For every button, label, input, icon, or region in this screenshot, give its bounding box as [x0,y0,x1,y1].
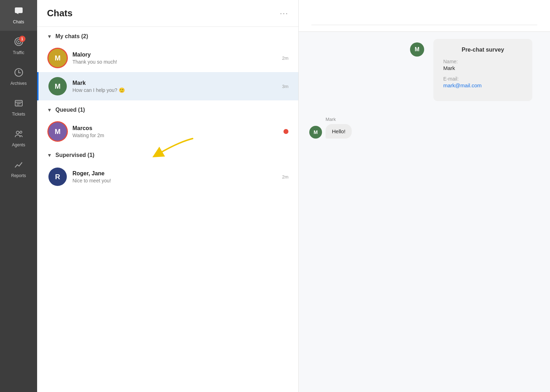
survey-title: Pre-chat survey [443,47,522,53]
svg-rect-10 [17,103,21,104]
message-sender-name: Mark [326,117,352,122]
chevron-down-icon-supervised: ▼ [47,152,52,158]
chat-preview-marcos: Waiting for 2m [72,133,280,138]
chat-name-malory: Malory [72,52,279,58]
chat-preview-mark: How can I help you? 🙂 [72,87,279,93]
more-options-button[interactable]: ··· [280,9,288,18]
sidebar-item-tickets[interactable]: Tickets [0,92,37,123]
svg-rect-11 [17,105,19,105]
svg-marker-1 [16,13,18,14]
sidebar-label-reports: Reports [11,173,26,178]
survey-name-value: Mark [443,65,522,71]
sidebar-label-tickets: Tickets [12,112,25,117]
chats-icon [14,6,23,18]
sidebar-item-archives[interactable]: Archives [0,62,37,92]
chevron-down-icon-queued: ▼ [47,107,52,113]
survey-field-name-label: Name: Mark [443,59,522,71]
section-my-chats-label: My chats (2) [55,33,88,40]
archives-icon [14,68,23,79]
section-queued-label: Queued (1) [55,107,85,113]
chat-info-marcos: Marcos Waiting for 2m [72,125,280,138]
chat-name-marcos: Marcos [72,125,280,131]
message-avatar-mark: M [309,126,322,139]
survey-field-email: E-mail: mark@mail.com [443,76,522,88]
message-row-hello: M Mark Hello! [309,117,539,139]
chat-item-mark[interactable]: M Mark How can I help you? 🙂 3m [37,72,298,100]
avatar-marcos: M [48,122,67,141]
tickets-icon [14,99,23,110]
svg-point-4 [18,41,19,42]
survey-email-value: mark@mail.com [443,82,522,88]
avatar-roger-jane: R [48,168,67,186]
chat-list-header: Chats ··· [37,0,298,27]
chat-info-malory: Malory Thank you so much! [72,52,279,65]
survey-name-label: Name: [443,59,522,64]
sidebar-label-chats: Chats [13,19,24,24]
chat-info-mark: Mark How can I help you? 🙂 [72,80,279,93]
traffic-icon: 1 [14,37,23,48]
sidebar-label-agents: Agents [12,142,25,147]
queued-alert-dot [283,129,288,134]
chat-info-roger-jane: Roger, Jane Nice to meet you! [72,170,279,183]
divider [311,25,538,25]
survey-sender-avatar: M [410,42,424,57]
sidebar-label-archives: Archives [10,81,27,86]
agents-icon [14,129,23,141]
section-supervised-label: Supervised (1) [55,152,94,158]
right-panel-top [299,0,550,32]
chat-name-mark: Mark [72,80,279,86]
right-panel: M Pre-chat survey Name: Mark E-mail: mar… [299,0,550,392]
sidebar-label-traffic: Traffic [13,50,24,55]
chat-preview-malory: Thank you so much! [72,59,279,65]
page-title: Chats [47,8,72,19]
svg-point-12 [16,131,19,134]
chat-item-marcos[interactable]: M Marcos Waiting for 2m [37,117,298,146]
section-my-chats[interactable]: ▼ My chats (2) [37,27,298,44]
sidebar-item-agents[interactable]: Agents [0,123,37,154]
message-bubble-hello: Hello! [326,124,352,139]
avatar-malory: M [48,49,67,67]
traffic-badge: 1 [19,36,25,42]
avatar-mark: M [48,77,67,95]
section-supervised[interactable]: ▼ Supervised (1) [37,146,298,163]
sidebar-item-reports[interactable]: Reports [0,154,37,185]
survey-row: M Pre-chat survey Name: Mark E-mail: mar… [309,39,539,101]
chat-list-panel: Chats ··· ▼ My chats (2) M Malory Thank … [37,0,299,392]
chat-time-malory: 2m [282,55,288,61]
chat-time-roger-jane: 2m [282,174,288,180]
sidebar-item-traffic[interactable]: 1 Traffic [0,31,37,62]
svg-rect-0 [15,7,23,13]
chat-name-roger-jane: Roger, Jane [72,170,279,177]
chat-item-malory[interactable]: M Malory Thank you so much! 2m [37,44,298,72]
chat-item-roger-jane[interactable]: R Roger, Jane Nice to meet you! 2m [37,163,298,191]
message-content-hello: Mark Hello! [326,117,352,139]
reports-icon [14,160,23,171]
sidebar-item-chats[interactable]: Chats [0,0,37,31]
section-queued[interactable]: ▼ Queued (1) [37,100,298,117]
chevron-down-icon: ▼ [47,34,52,39]
svg-point-13 [20,131,22,133]
pre-chat-survey-card: Pre-chat survey Name: Mark E-mail: mark@… [433,39,532,101]
chat-time-mark: 3m [282,84,288,89]
survey-email-label: E-mail: [443,76,522,82]
sidebar: Chats 1 Traffic Archives [0,0,37,392]
chat-preview-roger-jane: Nice to meet you! [72,178,279,183]
